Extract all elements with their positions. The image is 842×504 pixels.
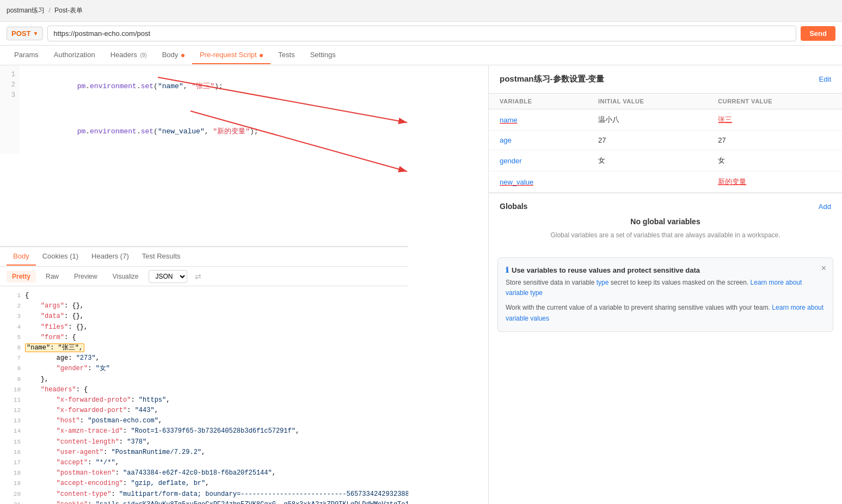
- tab-params[interactable]: Params: [7, 46, 46, 64]
- json-line: 19 "accept-encoding": "gzip, deflate, br…: [0, 478, 408, 489]
- line-numbers: 1 2 3: [0, 65, 20, 153]
- json-line: 2 "args": {},: [0, 301, 408, 311]
- info-title: ℹ Use variables to reuse values and prot…: [506, 266, 825, 274]
- json-line: 21 "cookie": "sails.sid=s%3A0uKu8Tg5xu5q…: [0, 500, 408, 504]
- code-line-3: pm.environment.set("new_value", "新的变量");: [26, 115, 402, 149]
- method-label: POST: [11, 29, 30, 38]
- json-line: 20 "content-type": "multipart/form-data;…: [0, 489, 408, 500]
- tab-headers-response[interactable]: Headers (7): [85, 248, 136, 266]
- format-raw[interactable]: Raw: [40, 271, 64, 282]
- edit-link[interactable]: Edit: [819, 75, 831, 83]
- json-line: 14 "x-amzn-trace-id": "Root=1-63379f65-3…: [0, 426, 408, 437]
- breadcrumb-right: Post-表单: [54, 7, 83, 14]
- table-row[interactable]: gender女女: [489, 150, 842, 171]
- tab-body[interactable]: Body: [155, 46, 192, 64]
- url-bar: POST ▼ Send: [0, 22, 842, 46]
- json-line: 16 "user-agent": "PostmanRuntime/7.29.2"…: [0, 447, 408, 458]
- bottom-panel: Body Cookies (1) Headers (7) Test Result…: [0, 246, 408, 504]
- table-row[interactable]: age2727: [489, 131, 842, 150]
- json-line: 3 "data": {},: [0, 311, 408, 322]
- code-content: pm.environment.set("name", "张三"); pm.env…: [20, 65, 408, 153]
- tab-body-response[interactable]: Body: [7, 248, 36, 266]
- info-text-1: Store sensitive data in variable type se…: [506, 278, 825, 298]
- variables-table: VARIABLE INITIAL VALUE CURRENT VALUE nam…: [489, 94, 842, 193]
- close-icon[interactable]: ×: [821, 263, 826, 273]
- url-input[interactable]: [47, 26, 796, 41]
- bottom-tabs: Body Cookies (1) Headers (7) Test Result…: [0, 247, 408, 267]
- breadcrumb-left: postman练习: [7, 7, 45, 14]
- json-line: 8 "gender": "女": [0, 364, 408, 374]
- globals-section: Globals Add No global variables Global v…: [489, 193, 842, 249]
- breadcrumb-sep: /: [48, 7, 50, 14]
- tab-tests[interactable]: Tests: [271, 46, 302, 64]
- learn-more-link-2[interactable]: Learn more about variable values: [506, 304, 823, 322]
- json-line: 6"name": "张三",: [0, 343, 408, 353]
- tab-headers[interactable]: Headers (9): [103, 46, 155, 64]
- json-line: 7 age: "273",: [0, 353, 408, 364]
- json-output: 1{2 "args": {},3 "data": {},4 "files": {…: [0, 286, 408, 504]
- json-line: 17 "accept": "*/*",: [0, 458, 408, 468]
- variables-title: postman练习-参数设置-变量: [500, 74, 605, 84]
- learn-more-link-1[interactable]: Learn more about variable type: [506, 279, 802, 297]
- add-link[interactable]: Add: [819, 202, 831, 211]
- main-content: 1 2 3 pm.environment.set("name", "张三"); …: [0, 65, 842, 504]
- chevron-down-icon: ▼: [33, 30, 38, 36]
- code-editor[interactable]: 1 2 3 pm.environment.set("name", "张三"); …: [0, 65, 408, 246]
- variables-panel: postman练习-参数设置-变量 Edit VARIABLE INITIAL …: [488, 65, 842, 504]
- tab-test-results[interactable]: Test Results: [136, 248, 187, 266]
- json-line: 10 "headers": {: [0, 385, 408, 395]
- tab-settings[interactable]: Settings: [303, 46, 343, 64]
- json-line: 18 "postman-token": "aa743384-e62f-42c0-…: [0, 468, 408, 478]
- request-tabs: Params Authorization Headers (9) Body Pr…: [0, 46, 842, 65]
- col-initial: INITIAL VALUE: [587, 94, 707, 109]
- code-line-2: [26, 103, 402, 115]
- json-line: 9 },: [0, 374, 408, 385]
- format-preview[interactable]: Preview: [69, 271, 103, 282]
- info-box: × ℹ Use variables to reuse values and pr…: [497, 257, 833, 332]
- no-globals-desc: Global variables are a set of variables …: [500, 230, 831, 240]
- json-line: 11 "x-forwarded-proto": "https",: [0, 395, 408, 405]
- json-line: 4 "files": {},: [0, 322, 408, 333]
- breadcrumb: postman练习 / Post-表单: [7, 6, 83, 15]
- info-icon: ℹ: [506, 266, 508, 274]
- variables-header: postman练习-参数设置-变量 Edit: [489, 65, 842, 94]
- json-line: 15 "content-length": "378",: [0, 437, 408, 447]
- tab-authorization[interactable]: Authorization: [46, 46, 103, 64]
- format-row: Pretty Raw Preview Visualize JSON XML HT…: [0, 267, 408, 286]
- method-select[interactable]: POST ▼: [7, 27, 43, 40]
- tab-prerequest[interactable]: Pre-request Script: [192, 46, 271, 64]
- format-type-select[interactable]: JSON XML HTML Text: [149, 270, 187, 283]
- json-line: 1{: [0, 291, 408, 301]
- send-button[interactable]: Send: [801, 26, 835, 41]
- globals-header: Globals Add: [500, 202, 831, 211]
- tab-cookies[interactable]: Cookies (1): [36, 248, 85, 266]
- format-visualize[interactable]: Visualize: [107, 271, 144, 282]
- info-text-2: Work with the current value of a variabl…: [506, 303, 825, 323]
- no-globals-title: No global variables: [500, 217, 831, 226]
- col-variable: VARIABLE: [489, 94, 587, 109]
- top-bar: postman练习 / Post-表单: [0, 0, 842, 22]
- prerequest-dot: [260, 54, 263, 57]
- table-row[interactable]: name温小八张三: [489, 109, 842, 131]
- json-line: 5 "form": {: [0, 333, 408, 343]
- table-row[interactable]: new_value新的变量: [489, 171, 842, 193]
- json-line: 13 "host": "postman-echo.com",: [0, 416, 408, 426]
- globals-title: Globals: [500, 202, 527, 211]
- code-line-1: pm.environment.set("name", "张三");: [26, 70, 402, 103]
- format-icon[interactable]: ⇄: [195, 272, 201, 281]
- body-dot: [181, 54, 185, 57]
- json-line: 12 "x-forwarded-port": "443",: [0, 405, 408, 416]
- format-pretty[interactable]: Pretty: [7, 271, 36, 282]
- col-current: CURRENT VALUE: [707, 94, 842, 109]
